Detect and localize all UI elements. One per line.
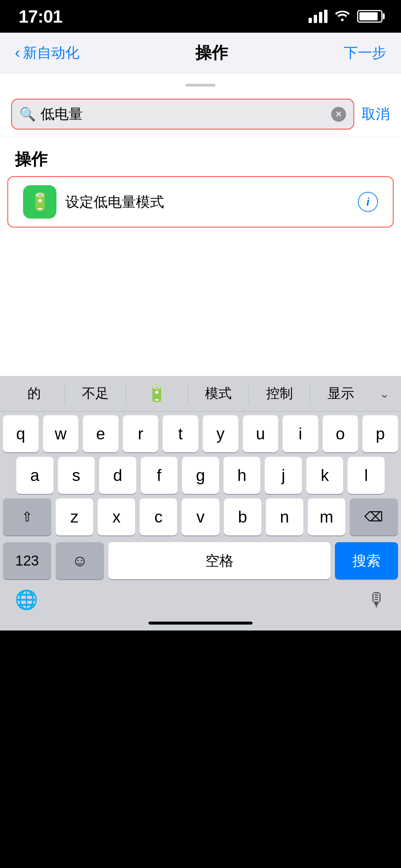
emoji-key[interactable]: ☺ [56,542,104,579]
sheet-handle-area [0,73,401,91]
back-chevron-icon: ‹ [15,44,20,62]
key-i[interactable]: i [283,415,318,452]
key-w[interactable]: w [43,415,79,452]
key-l[interactable]: l [348,457,385,494]
key-p[interactable]: p [362,415,398,452]
back-label: 新自动化 [23,43,79,62]
key-d[interactable]: d [99,457,136,494]
key-c[interactable]: c [140,498,177,535]
num-key[interactable]: 123 [3,542,51,579]
back-button[interactable]: ‹ 新自动化 [15,43,79,62]
key-s[interactable]: s [58,457,95,494]
key-j[interactable]: j [265,457,302,494]
sheet-handle [186,84,215,86]
key-g[interactable]: g [182,457,219,494]
key-n[interactable]: n [266,498,303,535]
home-indicator-area [0,622,401,630]
key-r[interactable]: r [123,415,159,452]
section-header: 操作 [0,137,401,176]
result-item-label: 设定低电量模式 [65,193,349,212]
key-v[interactable]: v [182,498,219,535]
space-key[interactable]: 空格 [108,542,330,579]
shift-key[interactable]: ⇧ [3,498,51,535]
wifi-icon [334,8,351,25]
suggestions-row: 的 不足 🔋 模式 控制 显示 ⌄ [0,376,401,412]
accessory-row: 🌐 🎙 [0,583,401,622]
key-t[interactable]: t [163,415,198,452]
key-z[interactable]: z [56,498,93,535]
sheet: 🔍 低电量 ✕ 取消 操作 🔋 设定低电量模式 i [0,73,401,376]
suggestion-kongzhi[interactable]: 控制 [249,376,310,411]
key-m[interactable]: m [308,498,345,535]
key-f[interactable]: f [141,457,178,494]
key-h[interactable]: h [224,457,261,494]
key-row-2: a s d f g h j k l [3,457,398,494]
suggestion-battery-emoji[interactable]: 🔋 [126,376,187,411]
signal-icon [309,10,327,23]
delete-key[interactable]: ⌫ [350,498,398,535]
search-key[interactable]: 搜索 [335,542,398,579]
key-e[interactable]: e [83,415,118,452]
key-b[interactable]: b [224,498,261,535]
search-input[interactable]: 低电量 [40,105,327,124]
info-button[interactable]: i [358,192,378,212]
nav-title: 操作 [195,42,228,64]
search-icon: 🔍 [19,107,36,122]
section-title: 操作 [15,150,48,168]
key-k[interactable]: k [306,457,343,494]
status-time: 17:01 [19,6,62,27]
results-spacer [0,227,401,376]
status-bar: 17:01 [0,0,401,33]
key-u[interactable]: u [243,415,278,452]
search-cancel-button[interactable]: 取消 [362,105,390,124]
suggestion-xianshi[interactable]: 显示 [310,376,371,411]
bottom-key-row: 123 ☺ 空格 搜索 [0,542,401,579]
globe-icon[interactable]: 🌐 [15,589,38,610]
search-area: 🔍 低电量 ✕ 取消 [0,91,401,137]
key-q[interactable]: q [3,415,39,452]
suggestions-expand-button[interactable]: ⌄ [371,376,397,411]
low-power-icon: 🔋 [29,192,50,212]
search-clear-button[interactable]: ✕ [331,107,346,122]
suggestion-de[interactable]: 的 [4,376,65,411]
key-y[interactable]: y [203,415,238,452]
result-item-icon: 🔋 [23,185,56,219]
key-x[interactable]: x [98,498,135,535]
suggestion-buzu[interactable]: 不足 [65,376,126,411]
search-box[interactable]: 🔍 低电量 ✕ [11,99,354,130]
suggestion-moshi[interactable]: 模式 [188,376,249,411]
nav-bar: ‹ 新自动化 操作 下一步 [0,33,401,73]
battery-icon [357,10,382,23]
keyboard: 的 不足 🔋 模式 控制 显示 ⌄ q w e r t y [0,376,401,630]
key-o[interactable]: o [323,415,358,452]
key-row-3: ⇧ z x c v b n m ⌫ [3,498,398,535]
key-a[interactable]: a [16,457,53,494]
mic-icon[interactable]: 🎙 [368,589,386,610]
next-button[interactable]: 下一步 [344,43,386,62]
status-icons [309,8,382,25]
key-row-1: q w e r t y u i o p [3,415,398,452]
content-area: 操作 🔋 设定低电量模式 i [0,137,401,376]
key-rows: q w e r t y u i o p a s d f g h j k l ⇧ … [0,412,401,542]
home-indicator [149,622,252,625]
result-item[interactable]: 🔋 设定低电量模式 i [7,176,394,227]
